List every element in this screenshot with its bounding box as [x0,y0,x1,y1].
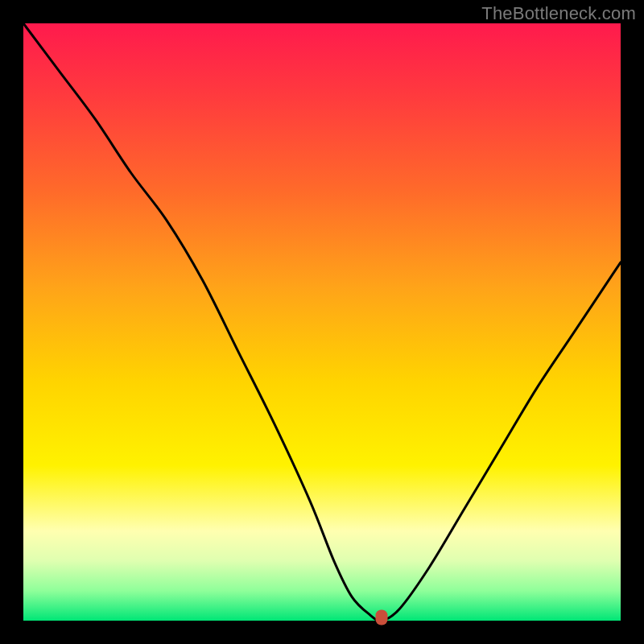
plot-area [23,23,621,621]
bottleneck-curve [23,23,621,621]
chart-frame: TheBottleneck.com [0,0,644,644]
optimum-marker [376,610,388,625]
attribution-text: TheBottleneck.com [481,3,636,24]
